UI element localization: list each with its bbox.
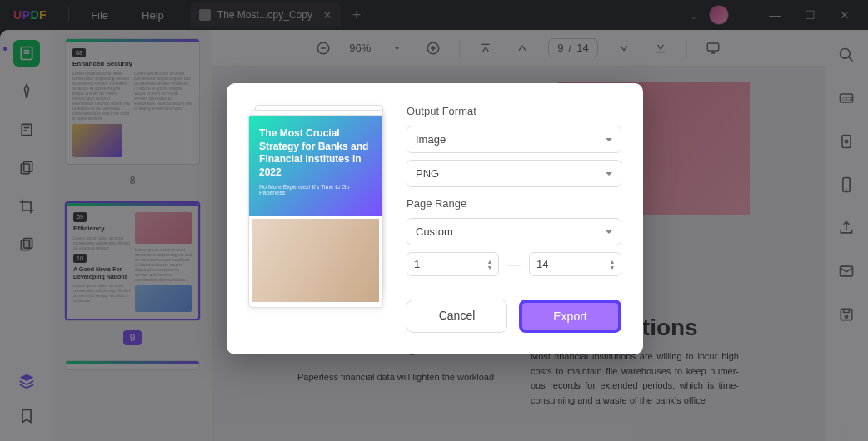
export-modal: The Most Crucial Strategy for Banks and …	[227, 83, 643, 354]
spin-down-icon[interactable]: ▼	[607, 265, 617, 270]
export-form: Output Format Image PNG Page Range Custo…	[407, 105, 621, 333]
page-range-select[interactable]: Custom	[407, 218, 621, 245]
range-dash: —	[507, 257, 521, 272]
export-preview: The Most Crucial Strategy for Banks and …	[248, 105, 388, 333]
spin-up-icon[interactable]: ▲	[485, 259, 495, 265]
spin-up-icon[interactable]: ▲	[607, 259, 617, 265]
output-format-label: Output Format	[407, 105, 621, 117]
range-to-input[interactable]: 14 ▲▼	[529, 252, 621, 276]
format-type-select[interactable]: Image	[407, 126, 621, 153]
range-from-input[interactable]: 1 ▲▼	[407, 252, 499, 276]
spin-down-icon[interactable]: ▼	[485, 265, 495, 270]
format-ext-select[interactable]: PNG	[407, 160, 621, 187]
page-range-label: Page Range	[407, 197, 621, 210]
cancel-button[interactable]: Cancel	[407, 300, 507, 333]
export-button[interactable]: Export	[519, 300, 621, 333]
